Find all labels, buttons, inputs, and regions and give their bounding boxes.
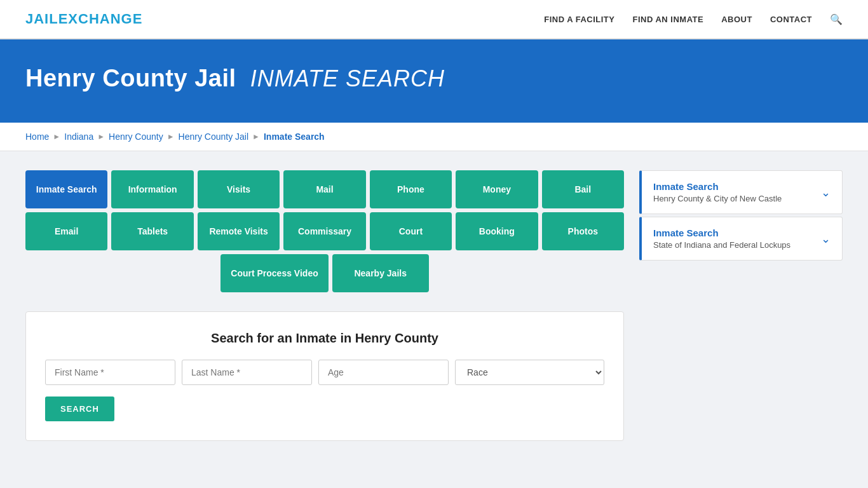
hero-title: Henry County Jail INMATE SEARCH [25, 65, 843, 92]
sidebar-card-title-2: Inmate Search [653, 227, 790, 238]
breadcrumb-bar: Home ► Indiana ► Henry County ► Henry Co… [0, 123, 868, 151]
sidebar-card-sub-2: State of Indiana and Federal Lockups [653, 240, 790, 250]
age-input[interactable] [318, 360, 449, 385]
hero-section: Henry County Jail INMATE SEARCH [0, 39, 868, 123]
breadcrumb: Home ► Indiana ► Henry County ► Henry Co… [25, 132, 843, 142]
main-content: Inmate Search Information Visits Mail Ph… [0, 151, 868, 460]
btn-phone[interactable]: Phone [370, 170, 452, 208]
btn-mail[interactable]: Mail [283, 170, 365, 208]
header: JAILEXCHANGE FIND A FACILITY FIND AN INM… [0, 0, 868, 39]
btn-information[interactable]: Information [111, 170, 193, 208]
nav-contact[interactable]: CONTACT [770, 15, 812, 24]
search-form-title: Search for an Inmate in Henry County [45, 331, 604, 346]
btn-bail[interactable]: Bail [542, 170, 624, 208]
hero-title-italic: INMATE SEARCH [250, 65, 445, 92]
right-column: Inmate Search Henry County & City of New… [639, 170, 843, 441]
logo[interactable]: JAILEXCHANGE [25, 11, 142, 27]
first-name-input[interactable] [45, 360, 175, 385]
logo-highlight: EXCHANGE [58, 11, 143, 27]
last-name-input[interactable] [182, 360, 312, 385]
btn-visits[interactable]: Visits [198, 170, 280, 208]
breadcrumb-henry-county[interactable]: Henry County [109, 132, 163, 142]
btn-tablets[interactable]: Tablets [111, 212, 193, 250]
nav-buttons-row1: Inmate Search Information Visits Mail Ph… [25, 170, 624, 208]
btn-inmate-search[interactable]: Inmate Search [25, 170, 107, 208]
btn-remote-visits[interactable]: Remote Visits [198, 212, 280, 250]
main-nav: FIND A FACILITY FIND AN INMATE ABOUT CON… [544, 13, 843, 25]
race-select[interactable]: Race White Black Hispanic Asian Other [455, 360, 604, 385]
sidebar-card-sub-1: Henry County & City of New Castle [653, 194, 782, 203]
sidebar-card-text-2: Inmate Search State of Indiana and Feder… [653, 227, 790, 250]
search-icon[interactable]: 🔍 [830, 13, 843, 25]
breadcrumb-sep-4: ► [252, 132, 260, 141]
chevron-down-icon-1: ⌄ [821, 186, 831, 200]
btn-nearby-jails[interactable]: Nearby Jails [332, 254, 429, 292]
sidebar-card-text-1: Inmate Search Henry County & City of New… [653, 181, 782, 203]
nav-buttons-row2: Email Tablets Remote Visits Commissary C… [25, 212, 624, 250]
nav-buttons-row3: Court Process Video Nearby Jails [25, 254, 624, 292]
search-form-box: Search for an Inmate in Henry County Rac… [25, 311, 624, 441]
sidebar-card-henry-county[interactable]: Inmate Search Henry County & City of New… [639, 170, 843, 214]
sidebar-card-indiana-federal[interactable]: Inmate Search State of Indiana and Feder… [639, 217, 843, 261]
btn-booking[interactable]: Booking [456, 212, 538, 250]
breadcrumb-current: Inmate Search [264, 132, 325, 142]
hero-title-main: Henry County Jail [25, 65, 236, 92]
breadcrumb-indiana[interactable]: Indiana [64, 132, 93, 142]
btn-email[interactable]: Email [25, 212, 107, 250]
chevron-down-icon-2: ⌄ [821, 232, 831, 246]
left-column: Inmate Search Information Visits Mail Ph… [25, 170, 624, 441]
sidebar-card-title-1: Inmate Search [653, 181, 782, 192]
btn-court[interactable]: Court [370, 212, 452, 250]
btn-photos[interactable]: Photos [542, 212, 624, 250]
breadcrumb-sep-1: ► [53, 132, 60, 141]
nav-find-inmate[interactable]: FIND AN INMATE [632, 15, 703, 24]
btn-money[interactable]: Money [456, 170, 538, 208]
nav-find-facility[interactable]: FIND A FACILITY [544, 15, 614, 24]
search-fields: Race White Black Hispanic Asian Other [45, 360, 604, 385]
breadcrumb-sep-2: ► [97, 132, 105, 141]
btn-court-process-video[interactable]: Court Process Video [220, 254, 328, 292]
breadcrumb-sep-3: ► [167, 132, 175, 141]
logo-part1: JAIL [25, 11, 58, 27]
nav-about[interactable]: ABOUT [721, 15, 752, 24]
search-button[interactable]: SEARCH [45, 396, 114, 421]
breadcrumb-jail[interactable]: Henry County Jail [179, 132, 249, 142]
btn-commissary[interactable]: Commissary [283, 212, 365, 250]
breadcrumb-home[interactable]: Home [25, 132, 49, 142]
